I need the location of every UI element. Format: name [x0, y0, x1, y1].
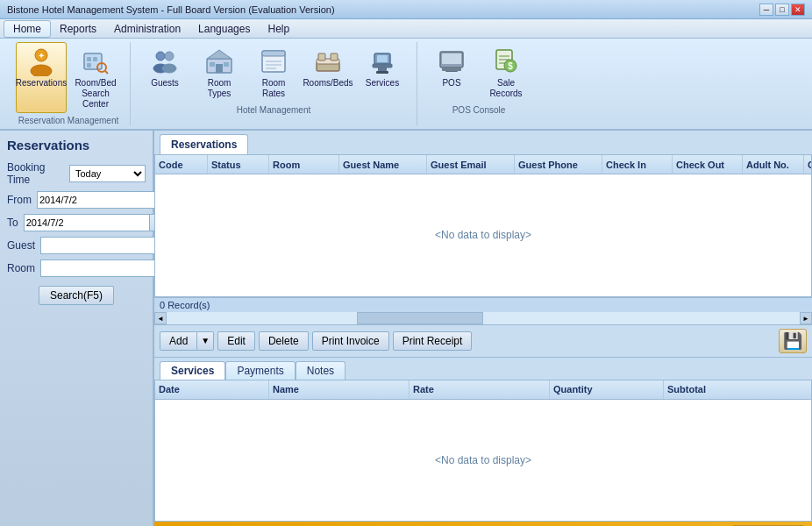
toolbar-buttons-hotel: Guests RoomTypes [139, 42, 408, 103]
sidebar-to-row: To ▼ [7, 214, 146, 231]
maximize-button[interactable]: □ [775, 4, 789, 16]
svg-rect-6 [87, 63, 91, 68]
toolbar-btn-room-rates-label: RoomRates [262, 78, 286, 99]
main-empty-message: <No data to display> [435, 229, 531, 241]
menu-administration[interactable]: Administration [105, 21, 189, 37]
print-receipt-button[interactable]: Print Receipt [393, 331, 473, 351]
tab-reservations[interactable]: Reservations [160, 134, 248, 154]
col-room: Room [269, 155, 339, 174]
guests-icon [149, 46, 181, 77]
sidebar: Reservations Booking Time Today From ▼ T… [0, 131, 154, 526]
toolbar-btn-room-types[interactable]: RoomTypes [194, 42, 245, 103]
delete-button-label: Delete [268, 335, 299, 347]
footer-status-bar: Reservations [154, 522, 812, 526]
window-controls: ─ □ ✕ [759, 4, 805, 16]
svg-rect-15 [216, 64, 223, 73]
menu-help[interactable]: Help [259, 21, 298, 37]
svg-rect-3 [84, 53, 102, 69]
col-check-in: Check In [602, 155, 673, 174]
menu-languages[interactable]: Languages [189, 21, 259, 37]
scroll-thumb[interactable] [357, 312, 483, 324]
reservations-icon: ✦ [25, 46, 57, 77]
scroll-track[interactable] [167, 312, 800, 324]
toolbar-buttons-pos: POS $ SaleRecords [426, 42, 531, 103]
sidebar-title: Reservations [7, 138, 146, 153]
scroll-left-btn[interactable]: ◄ [154, 312, 167, 324]
tab-notes[interactable]: Notes [296, 361, 345, 380]
bottom-col-quantity: Quantity [550, 380, 664, 399]
svg-point-12 [162, 64, 176, 73]
toolbar-btn-sale-records[interactable]: $ SaleRecords [481, 42, 531, 103]
toolbar-section-hotel: Guests RoomTypes [131, 42, 417, 125]
svg-point-9 [156, 52, 165, 60]
delete-button[interactable]: Delete [259, 331, 309, 351]
toolbar-btn-rooms-beds[interactable]: Rooms/Beds [303, 42, 353, 103]
toolbar-btn-room-search-label: Room/BedSearch Center [73, 78, 118, 110]
svg-line-8 [105, 71, 108, 74]
print-receipt-label: Print Receipt [402, 335, 463, 347]
toolbar-btn-services-label: Services [366, 78, 399, 89]
from-date-input[interactable] [37, 191, 163, 209]
room-input[interactable] [40, 259, 170, 277]
booking-time-select[interactable]: Today [69, 165, 146, 182]
menu-reports[interactable]: Reports [51, 21, 105, 37]
toolbar-section-pos-label: POS Console [452, 105, 506, 115]
room-search-icon [80, 46, 111, 77]
sidebar-to-wrap: ▼ [24, 214, 164, 231]
bottom-tabs-bar: Services Payments Notes [154, 357, 812, 380]
svg-point-11 [165, 52, 174, 60]
svg-rect-4 [87, 57, 91, 61]
minimize-button[interactable]: ─ [759, 4, 773, 16]
save-button[interactable]: 💾 [779, 329, 807, 353]
svg-point-1 [31, 65, 52, 76]
to-date-input[interactable] [24, 214, 150, 231]
menu-bar: Home Reports Administration Languages He… [0, 19, 812, 39]
tab-services[interactable]: Services [160, 361, 225, 380]
toolbar-btn-reservations-label: Reservations [16, 78, 67, 89]
add-dropdown-arrow[interactable]: ▼ [197, 331, 214, 351]
right-panel: Reservations Code Status Room Guest Name… [154, 131, 812, 526]
close-button[interactable]: ✕ [791, 4, 805, 16]
menu-home[interactable]: Home [4, 20, 51, 38]
toolbar-btn-pos-label: POS [442, 78, 460, 89]
sidebar-booking-time-dropdown: Today [69, 165, 146, 182]
search-button[interactable]: Search(F5) [39, 286, 114, 305]
add-button[interactable]: Add [160, 331, 197, 351]
main-content: Reservations Booking Time Today From ▼ T… [0, 131, 812, 526]
toolbar-btn-room-rates[interactable]: RoomRates [248, 42, 299, 103]
edit-button[interactable]: Edit [217, 331, 255, 351]
toolbar-btn-reservations[interactable]: ✦ Reservations [16, 42, 67, 113]
toolbar-btn-services[interactable]: Services [357, 42, 408, 103]
tab-payments[interactable]: Payments [225, 361, 295, 380]
rooms-beds-icon [312, 46, 344, 77]
bottom-table: Date Name Rate Quantity Subtotal <No dat… [154, 380, 812, 522]
col-code: Code [155, 155, 208, 174]
print-invoice-button[interactable]: Print Invoice [312, 331, 389, 351]
main-scrollbar[interactable]: ◄ ► [154, 312, 812, 324]
toolbar-section-reservation: ✦ Reservations Room/BedSearch Ce [7, 42, 131, 125]
toolbar-btn-room-types-label: RoomTypes [208, 78, 231, 99]
svg-rect-16 [210, 62, 215, 67]
sidebar-guest-label: Guest [7, 239, 35, 252]
svg-rect-33 [442, 53, 461, 64]
svg-rect-28 [377, 55, 388, 62]
col-child-no: Child No. [804, 155, 812, 174]
guest-input[interactable] [40, 237, 170, 254]
main-table: Code Status Room Guest Name Guest Email … [154, 154, 812, 297]
col-guest-name: Guest Name [339, 155, 427, 174]
room-rates-icon [258, 46, 289, 77]
svg-rect-31 [376, 71, 388, 74]
svg-rect-25 [318, 53, 325, 60]
svg-rect-19 [262, 51, 285, 56]
toolbar-btn-guests[interactable]: Guests [139, 42, 190, 103]
bottom-col-subtotal: Subtotal [664, 380, 812, 399]
toolbar-btn-pos[interactable]: POS [426, 42, 477, 103]
bottom-table-body: <No data to display> [155, 400, 811, 522]
toolbar-btn-rooms-beds-label: Rooms/Beds [303, 78, 353, 89]
toolbar-section-reservation-label: Reservation Management [18, 116, 119, 125]
scroll-right-btn[interactable]: ► [800, 312, 812, 324]
sidebar-from-label: From [7, 194, 32, 206]
toolbar-btn-room-search[interactable]: Room/BedSearch Center [70, 42, 121, 113]
col-check-out: Check Out [673, 155, 743, 174]
sidebar-booking-time-row: Booking Time Today [7, 161, 146, 186]
